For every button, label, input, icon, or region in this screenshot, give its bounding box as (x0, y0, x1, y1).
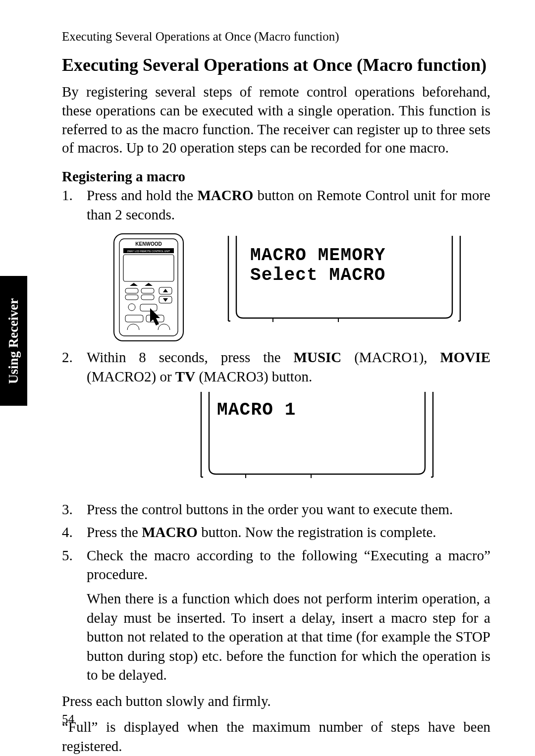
svg-rect-6 (125, 288, 138, 293)
step-2-text-d: (MACRO3) button. (195, 369, 312, 384)
tail-para-2: “Full” is displayed when the maximum num… (62, 717, 490, 756)
lcd2-svg: MACRO 1 (198, 389, 436, 488)
tail-para-1: Press each button slowly and firmly. (62, 692, 490, 711)
step-5-extra: When there is a function which does not … (87, 589, 490, 685)
lcd-display-2: MACRO 1 (198, 389, 436, 493)
step-1: Press and hold the MACRO button on Remot… (62, 186, 490, 342)
step-2-text-c: (MACRO2) or (87, 369, 175, 384)
page-title: Executing Several Operations at Once (Ma… (62, 54, 490, 76)
remote-brand-text: KENWOOD (135, 241, 161, 247)
manual-page: Using Receiver Executing Several Operati… (0, 0, 535, 756)
svg-rect-8 (141, 288, 154, 293)
lcd1-svg: MACRO MEMORY Select MACRO (225, 233, 463, 332)
step-2-text-a: Within 8 seconds, press the (87, 349, 294, 365)
section-tab-label: Using Receiver (6, 298, 21, 383)
steps-list: Press and hold the MACRO button on Remot… (62, 186, 490, 685)
svg-rect-7 (125, 295, 138, 300)
svg-point-14 (128, 304, 135, 311)
step-3-text: Press the control buttons in the order y… (87, 501, 453, 517)
step-5: Check the macro according to the followi… (62, 546, 490, 685)
lcd2-line1: MACRO 1 (217, 400, 296, 420)
lcd1-line1: MACRO MEMORY (250, 245, 386, 266)
remote-illustration: KENWOOD 2WAY LCD REMOTE CONTROL UNIT (111, 233, 186, 342)
step-1-text-a: Press and hold the (87, 187, 197, 203)
step-2: Within 8 seconds, press the MUSIC (MACRO… (62, 348, 490, 493)
svg-rect-3 (123, 255, 174, 281)
svg-rect-16 (125, 315, 143, 322)
step-4: Press the MACRO button. Now the registra… (62, 523, 490, 542)
svg-rect-9 (141, 295, 154, 300)
step-5-text: Check the macro according to the followi… (87, 547, 490, 583)
remote-svg: KENWOOD 2WAY LCD REMOTE CONTROL UNIT (111, 233, 186, 342)
step-2-music-label: MUSIC (294, 349, 342, 365)
intro-paragraph: By registering several steps of remote c… (62, 83, 490, 158)
step-4-text-b: button. Now the registration is complete… (198, 524, 436, 540)
subheading-registering: Registering a macro (62, 168, 490, 185)
svg-rect-15 (140, 304, 157, 311)
figure-row-1: KENWOOD 2WAY LCD REMOTE CONTROL UNIT (111, 233, 490, 342)
step-3: Press the control buttons in the order y… (62, 500, 490, 519)
figure-row-2: MACRO 1 (198, 389, 490, 493)
step-4-macro-label: MACRO (142, 524, 198, 540)
step-1-macro-label: MACRO (197, 187, 253, 203)
step-2-text-b: (MACRO1), (341, 349, 440, 365)
page-number: 54 (62, 712, 74, 726)
step-2-tv-label: TV (175, 369, 195, 384)
running-head: Executing Several Operations at Once (Ma… (62, 30, 490, 44)
lcd1-line2: Select MACRO (250, 265, 386, 285)
section-tab: Using Receiver (0, 276, 27, 406)
step-2-movie-label: MOVIE (440, 349, 491, 365)
step-4-text-a: Press the (87, 524, 142, 540)
remote-small-label: 2WAY LCD REMOTE CONTROL UNIT (127, 250, 170, 253)
lcd-display-1: MACRO MEMORY Select MACRO (225, 233, 463, 337)
